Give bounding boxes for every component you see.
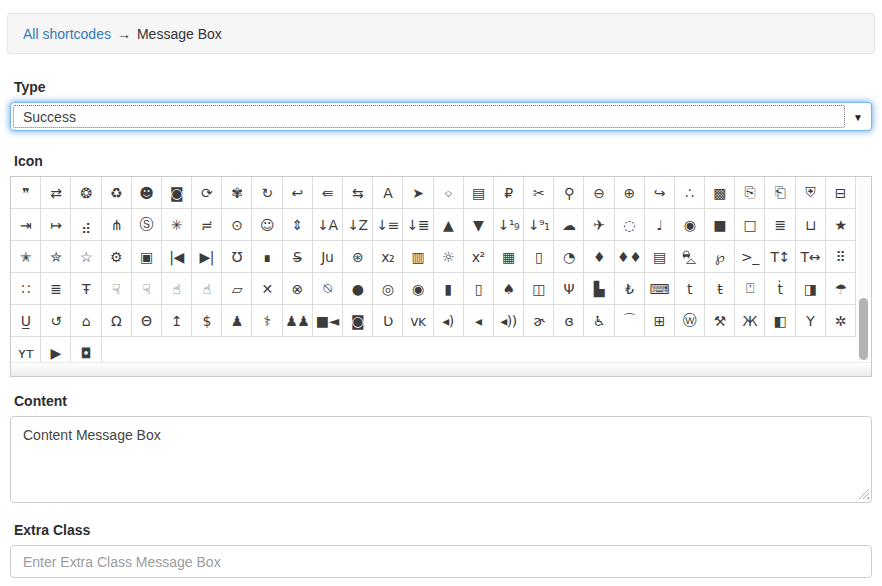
icon-reddit-square-icon[interactable]: ◙ bbox=[162, 177, 192, 209]
icon-stethoscope-icon[interactable]: Ʊ bbox=[222, 241, 252, 273]
icon-sort-numeric-desc-icon[interactable]: ↓⁹₁ bbox=[524, 209, 554, 241]
icon-reply-icon[interactable]: ↩ bbox=[283, 177, 313, 209]
icon-unlock-alt-icon[interactable]: Θ bbox=[132, 305, 162, 337]
icon-volume-off-icon[interactable]: ◂ bbox=[464, 305, 494, 337]
icon-sitemap-icon[interactable]: ⋔ bbox=[102, 209, 132, 241]
icon-twitch-icon[interactable]: ⍞ bbox=[735, 273, 765, 305]
icon-stop-icon[interactable]: ∎ bbox=[252, 241, 282, 273]
icon-tag-icon[interactable]: ♦ bbox=[584, 241, 614, 273]
icon-sort-amount-desc-icon[interactable]: ↓≣ bbox=[403, 209, 433, 241]
content-textarea[interactable]: Content Message Box bbox=[10, 416, 872, 503]
icon-renren-icon[interactable]: ✾ bbox=[222, 177, 252, 209]
icon-recycle-icon[interactable]: ♻ bbox=[102, 177, 132, 209]
icon-search-minus-icon[interactable]: ⊖ bbox=[584, 177, 614, 209]
icon-signal-icon[interactable]: ⣴ bbox=[71, 209, 101, 241]
icon-times-icon[interactable]: ✕ bbox=[252, 273, 282, 305]
icon-subscript-icon[interactable]: x₂ bbox=[373, 241, 403, 273]
icon-user-md-icon[interactable]: ⚕ bbox=[252, 305, 282, 337]
icon-road-icon[interactable]: A bbox=[373, 177, 403, 209]
icon-reply-all-icon[interactable]: ⇚ bbox=[313, 177, 343, 209]
icon-yahoo-icon[interactable]: Y bbox=[796, 305, 826, 337]
icon-stumbleupon-circle-icon[interactable]: ⊛ bbox=[343, 241, 373, 273]
icon-thumbs-o-up-icon[interactable]: ☝ bbox=[162, 273, 192, 305]
icon-search-icon[interactable]: ⚲ bbox=[554, 177, 584, 209]
icon-volume-up-icon[interactable]: ◂)) bbox=[494, 305, 524, 337]
icon-star-half-o-icon[interactable]: ✮ bbox=[41, 241, 71, 273]
icon-trash-icon[interactable]: ▮ bbox=[434, 273, 464, 305]
icon-video-camera-icon[interactable]: ■◄ bbox=[313, 305, 343, 337]
icon-unlock-icon[interactable]: Ω bbox=[102, 305, 132, 337]
icon-tablet-icon[interactable]: ▯ bbox=[524, 241, 554, 273]
icon-tags-icon[interactable]: ♦♦ bbox=[615, 241, 645, 273]
icon-superscript-icon[interactable]: x² bbox=[464, 241, 494, 273]
icon-random-icon[interactable]: ⇄ bbox=[41, 177, 71, 209]
extra-class-input[interactable] bbox=[10, 545, 872, 578]
icon-windows-icon[interactable]: ⊞ bbox=[645, 305, 675, 337]
icon-toggle-on-icon[interactable]: ◉ bbox=[403, 273, 433, 305]
icon-rss-square-icon[interactable]: ▤ bbox=[464, 177, 494, 209]
icon-volume-down-icon[interactable]: ◂) bbox=[434, 305, 464, 337]
icon-spotify-icon[interactable]: ◉ bbox=[675, 209, 705, 241]
icon-tree-icon[interactable]: ♠ bbox=[494, 273, 524, 305]
icon-tint-icon[interactable]: ● bbox=[343, 273, 373, 305]
icon-stack-overflow-icon[interactable]: ⊔ bbox=[796, 209, 826, 241]
icon-times-circle-o-icon[interactable]: ⍉ bbox=[313, 273, 343, 305]
icon-sort-alpha-desc-icon[interactable]: ↓Z bbox=[343, 209, 373, 241]
icon-star-icon[interactable]: ★ bbox=[826, 209, 856, 241]
icon-th-large-icon[interactable]: ∷ bbox=[11, 273, 41, 305]
icon-tty-icon[interactable]: ⌨ bbox=[645, 273, 675, 305]
icon-refresh-icon[interactable]: ⟳ bbox=[192, 177, 222, 209]
icon-table-icon[interactable]: ▦ bbox=[494, 241, 524, 273]
icon-truck-icon[interactable]: ▙ bbox=[584, 273, 614, 305]
icon-trophy-icon[interactable]: Ψ bbox=[554, 273, 584, 305]
icon-sort-alpha-asc-icon[interactable]: ↓A bbox=[313, 209, 343, 241]
icon-square-o-icon[interactable]: □ bbox=[735, 209, 765, 241]
icon-stumbleupon-icon[interactable]: Ju bbox=[313, 241, 343, 273]
icon-weibo-icon[interactable]: ɚ bbox=[524, 305, 554, 337]
icon-university-icon[interactable]: ⌂ bbox=[71, 305, 101, 337]
icon-tumblr-icon[interactable]: t bbox=[675, 273, 705, 305]
icon-stack-exchange-icon[interactable]: ≣ bbox=[765, 209, 795, 241]
icon-steam-square-icon[interactable]: ▣ bbox=[132, 241, 162, 273]
icon-skype-icon[interactable]: Ⓢ bbox=[132, 209, 162, 241]
icon-strikethrough-icon[interactable]: S̶ bbox=[283, 241, 313, 273]
icon-umbrella-icon[interactable]: ☂ bbox=[826, 273, 856, 305]
icon-spoon-icon[interactable]: ♩ bbox=[645, 209, 675, 241]
icon-retweet-icon[interactable]: ⇆ bbox=[343, 177, 373, 209]
icon-smile-o-icon[interactable]: ☺ bbox=[252, 209, 282, 241]
icon-space-shuttle-icon[interactable]: ✈ bbox=[584, 209, 614, 241]
icon-yelp-icon[interactable]: ✲ bbox=[826, 305, 856, 337]
icon-terminal-icon[interactable]: >_ bbox=[735, 241, 765, 273]
breadcrumb-link-all-shortcodes[interactable]: All shortcodes bbox=[23, 26, 111, 42]
icon-twitter-icon[interactable]: ṫ bbox=[765, 273, 795, 305]
icon-sliders-icon[interactable]: ≓ bbox=[192, 209, 222, 241]
icon-sort-desc-icon[interactable]: ▼ bbox=[464, 209, 494, 241]
icon-suitcase-icon[interactable]: ▥ bbox=[403, 241, 433, 273]
icon-taxi-icon[interactable]: ⛍ bbox=[675, 241, 705, 273]
icon-tachometer-icon[interactable]: ◔ bbox=[554, 241, 584, 273]
icon-twitter-square-icon[interactable]: ◨ bbox=[796, 273, 826, 305]
icon-users-icon[interactable]: ♟♟ bbox=[283, 305, 313, 337]
icon-share-square-o-icon[interactable]: ⎗ bbox=[765, 177, 795, 209]
icon-wrench-icon[interactable]: ⚒ bbox=[705, 305, 735, 337]
icon-spinner-icon[interactable]: ◌ bbox=[615, 209, 645, 241]
icon-undo-icon[interactable]: ↺ bbox=[41, 305, 71, 337]
icon-share-alt-icon[interactable]: ∴ bbox=[675, 177, 705, 209]
icon-steam-icon[interactable]: ⚙ bbox=[102, 241, 132, 273]
icon-thumbs-up-icon[interactable]: ☝ bbox=[192, 273, 222, 305]
icon-weixin-icon[interactable]: ɞ bbox=[554, 305, 584, 337]
icon-wordpress-icon[interactable]: Ⓦ bbox=[675, 305, 705, 337]
icon-text-width-icon[interactable]: T↔ bbox=[796, 241, 826, 273]
icon-vine-icon[interactable]: Ʋ bbox=[373, 305, 403, 337]
icon-tumblr-square-icon[interactable]: ŧ bbox=[705, 273, 735, 305]
icon-upload-icon[interactable]: ↥ bbox=[162, 305, 192, 337]
icon-thumb-tack-icon[interactable]: Ŧ bbox=[71, 273, 101, 305]
icon-vimeo-square-icon[interactable]: ◙ bbox=[343, 305, 373, 337]
icon-trash-o-icon[interactable]: ▯ bbox=[464, 273, 494, 305]
icon-times-circle-icon[interactable]: ⊗ bbox=[283, 273, 313, 305]
icon-rocket-icon[interactable]: ➤ bbox=[403, 177, 433, 209]
icon-search-plus-icon[interactable]: ⊕ bbox=[615, 177, 645, 209]
icon-sun-o-icon[interactable]: ☼ bbox=[434, 241, 464, 273]
icon-slack-icon[interactable]: ✳ bbox=[162, 209, 192, 241]
icon-ticket-icon[interactable]: ▱ bbox=[222, 273, 252, 305]
